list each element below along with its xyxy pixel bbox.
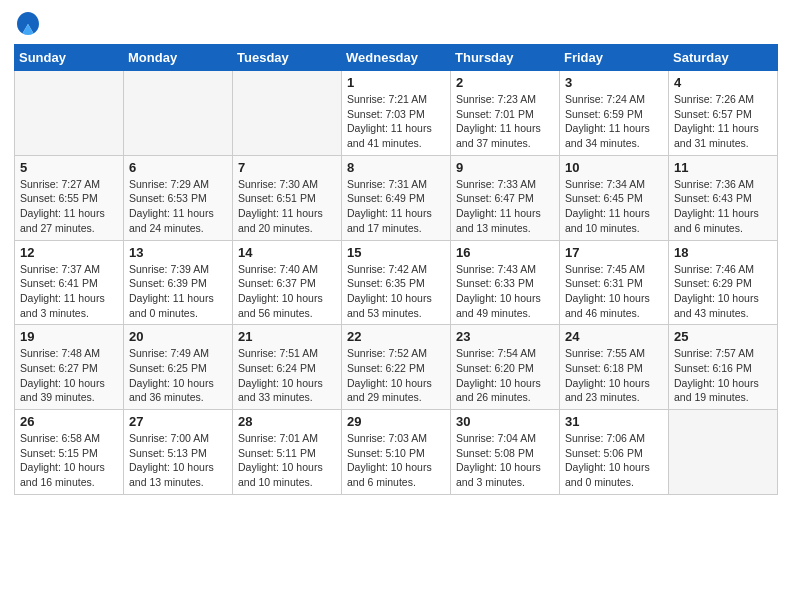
calendar-cell: 5Sunrise: 7:27 AM Sunset: 6:55 PM Daylig… [15,155,124,240]
day-number: 3 [565,75,663,90]
calendar-cell [233,71,342,156]
calendar-cell: 17Sunrise: 7:45 AM Sunset: 6:31 PM Dayli… [560,240,669,325]
day-info: Sunrise: 7:45 AM Sunset: 6:31 PM Dayligh… [565,262,663,321]
calendar-week-row: 19Sunrise: 7:48 AM Sunset: 6:27 PM Dayli… [15,325,778,410]
calendar-cell: 7Sunrise: 7:30 AM Sunset: 6:51 PM Daylig… [233,155,342,240]
calendar-cell: 2Sunrise: 7:23 AM Sunset: 7:01 PM Daylig… [451,71,560,156]
calendar-week-row: 1Sunrise: 7:21 AM Sunset: 7:03 PM Daylig… [15,71,778,156]
calendar-week-row: 26Sunrise: 6:58 AM Sunset: 5:15 PM Dayli… [15,410,778,495]
day-info: Sunrise: 7:30 AM Sunset: 6:51 PM Dayligh… [238,177,336,236]
weekday-header-tuesday: Tuesday [233,45,342,71]
calendar-cell: 30Sunrise: 7:04 AM Sunset: 5:08 PM Dayli… [451,410,560,495]
calendar-cell: 11Sunrise: 7:36 AM Sunset: 6:43 PM Dayli… [669,155,778,240]
logo-icon [14,10,42,38]
day-number: 14 [238,245,336,260]
weekday-header-saturday: Saturday [669,45,778,71]
day-number: 5 [20,160,118,175]
calendar-cell: 4Sunrise: 7:26 AM Sunset: 6:57 PM Daylig… [669,71,778,156]
day-number: 4 [674,75,772,90]
day-info: Sunrise: 7:42 AM Sunset: 6:35 PM Dayligh… [347,262,445,321]
day-info: Sunrise: 7:23 AM Sunset: 7:01 PM Dayligh… [456,92,554,151]
day-info: Sunrise: 7:31 AM Sunset: 6:49 PM Dayligh… [347,177,445,236]
day-info: Sunrise: 7:26 AM Sunset: 6:57 PM Dayligh… [674,92,772,151]
day-number: 17 [565,245,663,260]
calendar-cell: 25Sunrise: 7:57 AM Sunset: 6:16 PM Dayli… [669,325,778,410]
calendar-table: SundayMondayTuesdayWednesdayThursdayFrid… [14,44,778,495]
calendar-cell: 3Sunrise: 7:24 AM Sunset: 6:59 PM Daylig… [560,71,669,156]
day-number: 20 [129,329,227,344]
day-number: 1 [347,75,445,90]
calendar-week-row: 12Sunrise: 7:37 AM Sunset: 6:41 PM Dayli… [15,240,778,325]
day-info: Sunrise: 7:48 AM Sunset: 6:27 PM Dayligh… [20,346,118,405]
weekday-header-friday: Friday [560,45,669,71]
weekday-header-monday: Monday [124,45,233,71]
day-number: 27 [129,414,227,429]
day-number: 2 [456,75,554,90]
day-number: 21 [238,329,336,344]
day-number: 29 [347,414,445,429]
day-info: Sunrise: 7:36 AM Sunset: 6:43 PM Dayligh… [674,177,772,236]
day-info: Sunrise: 7:57 AM Sunset: 6:16 PM Dayligh… [674,346,772,405]
page-container: SundayMondayTuesdayWednesdayThursdayFrid… [0,0,792,509]
day-number: 23 [456,329,554,344]
calendar-cell: 9Sunrise: 7:33 AM Sunset: 6:47 PM Daylig… [451,155,560,240]
day-number: 22 [347,329,445,344]
calendar-cell: 19Sunrise: 7:48 AM Sunset: 6:27 PM Dayli… [15,325,124,410]
day-number: 16 [456,245,554,260]
day-number: 9 [456,160,554,175]
calendar-cell: 29Sunrise: 7:03 AM Sunset: 5:10 PM Dayli… [342,410,451,495]
day-info: Sunrise: 7:55 AM Sunset: 6:18 PM Dayligh… [565,346,663,405]
day-number: 28 [238,414,336,429]
day-number: 15 [347,245,445,260]
day-number: 6 [129,160,227,175]
day-info: Sunrise: 7:54 AM Sunset: 6:20 PM Dayligh… [456,346,554,405]
weekday-header-sunday: Sunday [15,45,124,71]
calendar-cell [124,71,233,156]
day-number: 18 [674,245,772,260]
logo [14,10,46,38]
day-number: 8 [347,160,445,175]
day-info: Sunrise: 7:33 AM Sunset: 6:47 PM Dayligh… [456,177,554,236]
day-info: Sunrise: 7:46 AM Sunset: 6:29 PM Dayligh… [674,262,772,321]
day-number: 11 [674,160,772,175]
calendar-cell: 1Sunrise: 7:21 AM Sunset: 7:03 PM Daylig… [342,71,451,156]
day-info: Sunrise: 7:06 AM Sunset: 5:06 PM Dayligh… [565,431,663,490]
day-info: Sunrise: 7:04 AM Sunset: 5:08 PM Dayligh… [456,431,554,490]
calendar-cell [15,71,124,156]
day-info: Sunrise: 7:39 AM Sunset: 6:39 PM Dayligh… [129,262,227,321]
day-number: 10 [565,160,663,175]
calendar-cell: 21Sunrise: 7:51 AM Sunset: 6:24 PM Dayli… [233,325,342,410]
day-info: Sunrise: 7:37 AM Sunset: 6:41 PM Dayligh… [20,262,118,321]
calendar-cell: 12Sunrise: 7:37 AM Sunset: 6:41 PM Dayli… [15,240,124,325]
calendar-cell: 23Sunrise: 7:54 AM Sunset: 6:20 PM Dayli… [451,325,560,410]
day-number: 26 [20,414,118,429]
day-info: Sunrise: 7:34 AM Sunset: 6:45 PM Dayligh… [565,177,663,236]
calendar-cell: 24Sunrise: 7:55 AM Sunset: 6:18 PM Dayli… [560,325,669,410]
calendar-cell: 27Sunrise: 7:00 AM Sunset: 5:13 PM Dayli… [124,410,233,495]
day-info: Sunrise: 6:58 AM Sunset: 5:15 PM Dayligh… [20,431,118,490]
calendar-cell: 22Sunrise: 7:52 AM Sunset: 6:22 PM Dayli… [342,325,451,410]
header [14,10,778,38]
day-number: 19 [20,329,118,344]
calendar-cell: 10Sunrise: 7:34 AM Sunset: 6:45 PM Dayli… [560,155,669,240]
day-number: 12 [20,245,118,260]
day-info: Sunrise: 7:01 AM Sunset: 5:11 PM Dayligh… [238,431,336,490]
calendar-week-row: 5Sunrise: 7:27 AM Sunset: 6:55 PM Daylig… [15,155,778,240]
calendar-cell: 14Sunrise: 7:40 AM Sunset: 6:37 PM Dayli… [233,240,342,325]
calendar-cell: 13Sunrise: 7:39 AM Sunset: 6:39 PM Dayli… [124,240,233,325]
day-number: 13 [129,245,227,260]
day-number: 31 [565,414,663,429]
weekday-header-thursday: Thursday [451,45,560,71]
day-info: Sunrise: 7:21 AM Sunset: 7:03 PM Dayligh… [347,92,445,151]
weekday-header-row: SundayMondayTuesdayWednesdayThursdayFrid… [15,45,778,71]
calendar-cell: 8Sunrise: 7:31 AM Sunset: 6:49 PM Daylig… [342,155,451,240]
day-info: Sunrise: 7:49 AM Sunset: 6:25 PM Dayligh… [129,346,227,405]
day-info: Sunrise: 7:40 AM Sunset: 6:37 PM Dayligh… [238,262,336,321]
day-number: 25 [674,329,772,344]
calendar-cell: 18Sunrise: 7:46 AM Sunset: 6:29 PM Dayli… [669,240,778,325]
calendar-cell: 26Sunrise: 6:58 AM Sunset: 5:15 PM Dayli… [15,410,124,495]
calendar-cell: 16Sunrise: 7:43 AM Sunset: 6:33 PM Dayli… [451,240,560,325]
day-number: 7 [238,160,336,175]
day-info: Sunrise: 7:03 AM Sunset: 5:10 PM Dayligh… [347,431,445,490]
calendar-cell: 15Sunrise: 7:42 AM Sunset: 6:35 PM Dayli… [342,240,451,325]
